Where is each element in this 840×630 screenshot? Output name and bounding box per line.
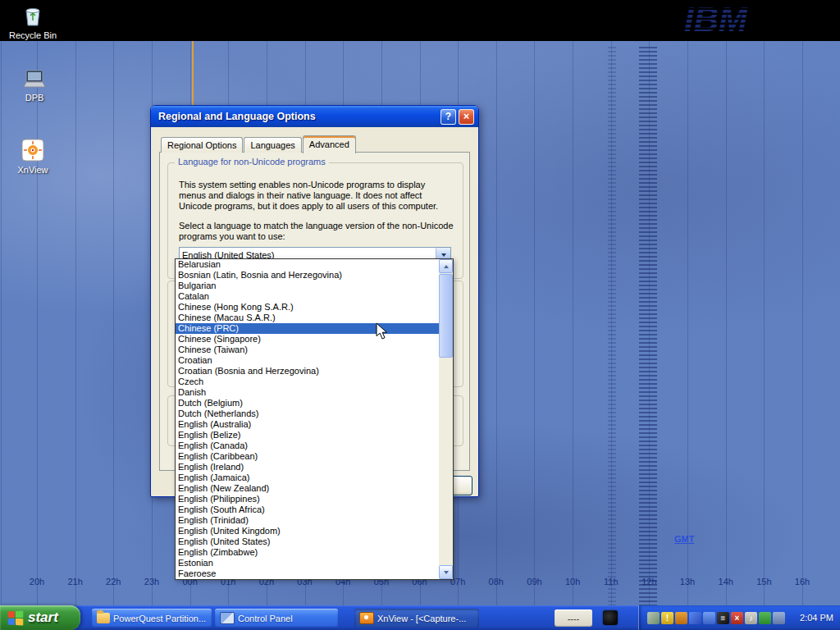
- language-dropdown: BelarusianBosnian (Latin, Bosnia and Her…: [175, 258, 454, 580]
- language-option[interactable]: Dutch (Netherlands): [176, 409, 439, 419]
- language-option[interactable]: Chinese (PRC): [176, 323, 439, 334]
- language-option[interactable]: English (Australia): [176, 419, 439, 430]
- desktop-icon-xnview[interactable]: XnView: [7, 138, 59, 175]
- language-dropdown-list[interactable]: BelarusianBosnian (Latin, Bosnia and Her…: [176, 259, 439, 579]
- language-option[interactable]: English (United Kingdom): [176, 526, 439, 536]
- language-option[interactable]: Czech: [176, 377, 439, 387]
- xnview-taskbar-icon: [359, 612, 374, 624]
- scroll-down-button[interactable]: [439, 565, 453, 579]
- volume-icon[interactable]: ♪: [745, 612, 757, 624]
- language-option[interactable]: English (Canada): [176, 441, 439, 451]
- desktop-icon-label: DPB: [25, 93, 44, 103]
- system-tray: !≡×♪ 2:04 PM: [638, 605, 840, 630]
- taskbar-clock: 2:04 PM: [800, 613, 833, 623]
- messenger-icon[interactable]: [759, 612, 771, 624]
- language-option[interactable]: Estonian: [176, 558, 439, 568]
- language-option[interactable]: English (Ireland): [176, 462, 439, 472]
- wallpaper-highlight-line: [192, 41, 194, 106]
- recycle-bin-icon: [21, 3, 45, 28]
- wallpaper-hatched-band-thin: [608, 47, 616, 605]
- taskbar-button-control-panel[interactable]: Control Panel: [215, 609, 338, 628]
- hour-label: 16h: [795, 577, 810, 587]
- control-panel-icon: [220, 612, 235, 624]
- start-button[interactable]: start: [0, 605, 80, 630]
- network-status-icon[interactable]: [703, 612, 715, 624]
- gmt-label: GMT: [674, 534, 694, 544]
- dialog-title: Regional and Language Options: [158, 111, 438, 122]
- language-option[interactable]: English (United States): [176, 536, 439, 547]
- hour-label: 20h: [30, 577, 44, 587]
- description-text-2: Select a language to match the language …: [179, 221, 454, 242]
- arrow-glyph: [444, 265, 449, 268]
- language-option[interactable]: Croatian: [176, 355, 439, 366]
- language-option[interactable]: Catalan: [176, 291, 439, 302]
- language-option[interactable]: English (New Zealand): [176, 483, 439, 494]
- hour-label: 23h: [144, 577, 159, 587]
- taskbar-button-untitled[interactable]: ----: [555, 609, 592, 627]
- language-option[interactable]: English (Belize): [176, 430, 439, 441]
- language-option[interactable]: Faeroese: [176, 568, 439, 579]
- language-option[interactable]: Chinese (Singapore): [176, 334, 439, 345]
- taskbar-app-icon[interactable]: [603, 610, 618, 625]
- folder-icon: [97, 613, 110, 623]
- dropdown-scrollbar[interactable]: [439, 259, 453, 579]
- hour-label: 11h: [604, 577, 619, 587]
- language-option[interactable]: Dutch (Belgium): [176, 398, 439, 409]
- language-option[interactable]: English (South Africa): [176, 504, 439, 515]
- desktop-icon-label: XnView: [17, 165, 48, 175]
- power-status-icon[interactable]: [773, 612, 785, 624]
- hour-label: 09h: [527, 577, 541, 587]
- desktop-icon-recycle-bin[interactable]: Recycle Bin: [7, 3, 59, 40]
- top-black-bar: IBM: [0, 0, 840, 41]
- update-shield-icon[interactable]: [675, 612, 687, 624]
- language-option[interactable]: English (Jamaica): [176, 472, 439, 483]
- language-option[interactable]: Croatian (Bosnia and Herzegovina): [176, 366, 439, 377]
- taskbar-button-xnview[interactable]: XnView - [<Capture-...: [354, 609, 479, 628]
- language-option[interactable]: English (Zimbabwe): [176, 547, 439, 558]
- taskbar: start PowerQuest Partition... Control Pa…: [0, 605, 840, 630]
- graphics-settings-icon[interactable]: [689, 612, 701, 624]
- desktop-icon-dpb[interactable]: DPB: [8, 69, 61, 103]
- language-option[interactable]: Chinese (Macau S.A.R.): [176, 313, 439, 323]
- remove-hardware-icon[interactable]: [647, 612, 660, 624]
- language-option[interactable]: Danish: [176, 387, 439, 398]
- tab-advanced[interactable]: Advanced: [303, 135, 356, 153]
- hour-label: 22h: [106, 577, 121, 587]
- security-alert-icon[interactable]: !: [661, 612, 673, 624]
- language-option[interactable]: Bosnian (Latin, Bosnia and Herzegovina): [176, 270, 439, 281]
- laptop-icon: [21, 69, 48, 90]
- close-button[interactable]: ×: [459, 109, 474, 125]
- taskbar-button-powerquest[interactable]: PowerQuest Partition...: [92, 609, 212, 628]
- language-option[interactable]: English (Trinidad): [176, 515, 439, 526]
- taskbar-button-label: XnView - [<Capture-...: [377, 614, 466, 623]
- antivirus-icon[interactable]: ×: [731, 612, 743, 624]
- language-option[interactable]: Chinese (Taiwan): [176, 345, 439, 355]
- ibm-logo: IBM: [678, 0, 776, 39]
- tab-regional-options[interactable]: Regional Options: [161, 137, 243, 153]
- task-grid-icon[interactable]: ≡: [717, 612, 729, 624]
- windows-flag-icon: [8, 610, 23, 625]
- tab-languages[interactable]: Languages: [244, 137, 301, 153]
- language-option[interactable]: Belarusian: [176, 259, 439, 270]
- wallpaper-hatched-band: [639, 47, 657, 605]
- taskbar-button-label: ----: [568, 614, 580, 623]
- language-option[interactable]: English (Philippines): [176, 494, 439, 504]
- language-option[interactable]: Chinese (Hong Kong S.A.R.): [176, 302, 439, 313]
- tray-icons: !≡×♪: [647, 612, 795, 624]
- scroll-up-button[interactable]: [439, 259, 453, 273]
- language-option[interactable]: English (Caribbean): [176, 451, 439, 462]
- start-button-label: start: [28, 609, 58, 626]
- hour-label: 21h: [67, 577, 82, 587]
- taskbar-button-label: Control Panel: [238, 614, 293, 623]
- help-button[interactable]: ?: [441, 109, 456, 125]
- language-option[interactable]: Bulgarian: [176, 281, 439, 291]
- hour-label: 13h: [680, 577, 695, 587]
- hour-label: 12h: [641, 577, 656, 587]
- hour-label: 08h: [489, 577, 504, 587]
- scrollbar-thumb[interactable]: [439, 274, 453, 358]
- groupbox-legend: Language for non-Unicode programs: [175, 157, 329, 167]
- hour-label: 10h: [565, 577, 580, 587]
- hour-label: 15h: [756, 577, 771, 587]
- taskbar-button-label: PowerQuest Partition...: [113, 614, 206, 623]
- dialog-titlebar[interactable]: Regional and Language Options ? ×: [151, 106, 478, 127]
